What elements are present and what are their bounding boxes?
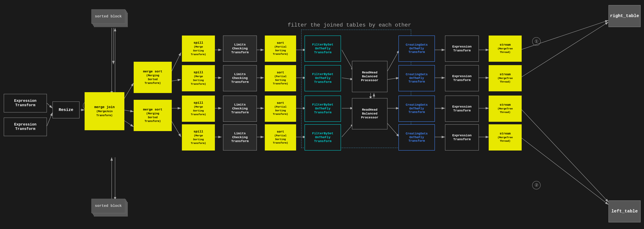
spill-2: spill(MergeSortingTransform)	[182, 65, 215, 91]
svg-line-14	[171, 52, 181, 73]
svg-line-49	[520, 22, 608, 78]
merge-sort-1: merge sort(MergingSortedTransform)	[134, 62, 172, 93]
svg-line-39	[388, 124, 399, 137]
creating-4: CreatingSetsOnTheFlyTransform	[398, 124, 435, 150]
resize-node: Resize	[52, 102, 80, 118]
stream-1: stream(MergeTreeThread)	[489, 36, 522, 62]
svg-line-15	[171, 80, 181, 81]
circle-1: ①	[532, 37, 540, 46]
creating-2: CreatingSetsOnTheFlyTransform	[398, 65, 435, 91]
limits-2: LimitsCheckingTransform	[223, 65, 257, 91]
merge-join-node: merge join(MergeJoinTransform)	[84, 92, 124, 130]
stream-4: stream(MergeTreeThread)	[489, 124, 522, 150]
limits-4: LimitsCheckingTransform	[223, 124, 257, 150]
limits-3: LimitsCheckingTransform	[223, 96, 257, 122]
svg-line-36	[388, 50, 399, 71]
diagram-container: filter the joined tables by each other r…	[0, 0, 644, 229]
sort-4: sort(PartialSortingTransform)	[265, 124, 296, 150]
merge-sort-2: merge sort(MergingSortedTransform)	[134, 100, 172, 131]
circle-2: ②	[532, 181, 540, 190]
expr-r4: ExpressionTransform	[445, 124, 479, 150]
filter-3: FilterBySetOnTheFlyTransform	[304, 96, 341, 122]
svg-line-12	[124, 110, 134, 112]
creating-1: CreatingSetsOnTheFlyTransform	[398, 36, 435, 62]
filter-2: FilterBySetOnTheFlyTransform	[304, 65, 341, 91]
right-table-label: right_table	[610, 13, 639, 18]
spill-4: spill(MergeSortingTransform)	[182, 124, 215, 150]
sort-2: sort(PartialSortingTransform)	[265, 65, 296, 91]
sort-3: sort(PartialSortingTransform)	[265, 96, 296, 122]
filter-4: FilterBySetOnTheFlyTransform	[304, 124, 341, 150]
spill-3: spill(MergeSortingTransform)	[182, 96, 215, 122]
creating-3: CreatingSetsOnTheFlyTransform	[398, 96, 435, 122]
right-table-node: right_table	[608, 5, 640, 27]
limits-1: LimitsCheckingTransform	[223, 36, 257, 62]
expr-r3: ExpressionTransform	[445, 96, 479, 122]
sorted-block-bottom: sorted block	[91, 199, 128, 216]
svg-line-17	[171, 120, 181, 137]
readhead-1: ReadHeadBalancedProcessor	[352, 61, 388, 92]
expr-r1: ExpressionTransform	[445, 36, 479, 62]
svg-line-48	[520, 20, 608, 50]
svg-line-11	[124, 83, 134, 100]
expr-r2: ExpressionTransform	[445, 65, 479, 91]
sort-1: sort(PartialSortingTransform)	[265, 36, 296, 62]
filter-1: FilterBySetOnTheFlyTransform	[304, 36, 341, 62]
left-table-node: left_table	[608, 200, 640, 222]
svg-line-37	[388, 78, 399, 80]
expression-transform-left-1: ExpressionTransform	[4, 94, 47, 112]
svg-line-9	[47, 112, 52, 126]
svg-line-51	[520, 137, 608, 205]
stream-3: stream(MergeTreeThread)	[489, 96, 522, 122]
svg-line-13	[124, 120, 134, 127]
left-table-label: left_table	[611, 209, 638, 214]
spill-1: spill(MergeSortingTransform)	[182, 36, 215, 62]
diagram-title: filter the joined tables by each other	[288, 22, 411, 28]
expression-transform-left-2: ExpressionTransform	[4, 118, 47, 136]
sorted-block-top: sorted block	[91, 9, 128, 27]
stream-2: stream(MergeTreeThread)	[489, 65, 522, 91]
svg-line-8	[47, 103, 52, 108]
readhead-2: ReadHeadBalancedProcessor	[352, 98, 388, 130]
